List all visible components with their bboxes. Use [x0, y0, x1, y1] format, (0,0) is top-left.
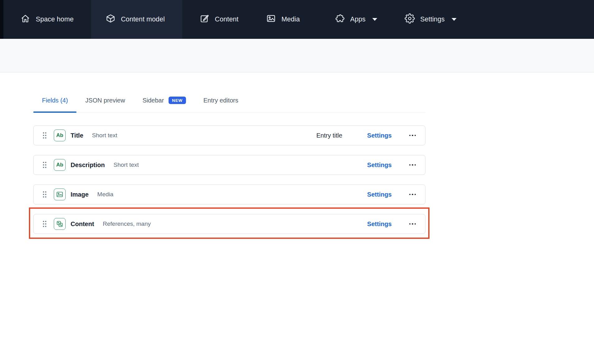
fields-list: Ab Title Short text Entry title Settings…: [33, 125, 425, 234]
new-badge: NEW: [169, 97, 186, 104]
nav-item-settings[interactable]: Settings: [394, 0, 467, 39]
settings-icon: [405, 13, 415, 25]
entry-title-label: Entry title: [316, 132, 342, 139]
field-row-title: Ab Title Short text Entry title Settings: [33, 125, 425, 145]
more-actions-icon[interactable]: [409, 221, 417, 227]
top-navigation: Space home Content model Content Media: [0, 0, 594, 39]
short-text-field-icon: Ab: [54, 130, 66, 141]
page-subheader: [0, 39, 594, 72]
nav-item-label: Space home: [36, 16, 74, 23]
nav-item-label: Content: [215, 16, 239, 23]
field-name: Image: [71, 191, 89, 198]
field-name: Content: [71, 221, 94, 228]
nav-item-apps[interactable]: Apps: [324, 0, 387, 39]
field-settings-link[interactable]: Settings: [367, 162, 392, 169]
drag-handle-icon[interactable]: [42, 191, 47, 198]
nav-item-label: Media: [281, 16, 300, 23]
nav-spacer: [249, 0, 256, 39]
field-icon-text: Ab: [56, 162, 63, 168]
nav-spacer: [310, 0, 324, 39]
field-type: References, many: [103, 221, 151, 227]
drag-handle-icon[interactable]: [42, 220, 47, 228]
tab-sidebar[interactable]: Sidebar NEW: [134, 97, 195, 112]
field-name: Description: [71, 162, 105, 169]
content-model-icon: [105, 13, 116, 25]
nav-item-space-home[interactable]: Space home: [3, 0, 91, 39]
content-type-tabs: Fields (4) JSON preview Sidebar NEW Entr…: [33, 97, 425, 112]
drag-handle-icon[interactable]: [42, 132, 47, 139]
field-type: Short text: [92, 132, 117, 139]
tab-label: JSON preview: [85, 97, 125, 104]
tab-entry-editors[interactable]: Entry editors: [195, 97, 247, 112]
field-settings-link[interactable]: Settings: [367, 191, 392, 198]
field-settings-link[interactable]: Settings: [367, 221, 392, 228]
nav-spacer: [182, 0, 189, 39]
home-icon: [20, 13, 30, 25]
media-field-icon: [54, 189, 66, 200]
nav-edge-strip: [0, 0, 3, 39]
media-icon: [266, 13, 276, 25]
nav-item-label: Settings: [420, 16, 445, 23]
field-type: Short text: [114, 162, 139, 168]
more-actions-icon[interactable]: [409, 192, 417, 197]
field-row-content: Content References, many Settings: [33, 214, 425, 234]
content-icon: [199, 13, 210, 25]
field-row-image: Image Media Settings: [33, 184, 425, 204]
nav-item-content-model[interactable]: Content model: [91, 0, 182, 39]
tab-label: Sidebar: [142, 97, 164, 104]
apps-icon: [335, 13, 345, 25]
references-field-icon: [54, 218, 66, 230]
chevron-down-icon: [452, 18, 457, 21]
tab-label: Entry editors: [203, 97, 238, 104]
tab-json-preview[interactable]: JSON preview: [77, 97, 134, 112]
drag-handle-icon[interactable]: [42, 161, 47, 169]
more-actions-icon[interactable]: [409, 162, 417, 168]
chevron-down-icon: [372, 18, 377, 21]
short-text-field-icon: Ab: [54, 159, 66, 171]
tab-label: Fields (4): [42, 97, 68, 104]
nav-item-label: Content model: [121, 16, 165, 23]
tab-fields[interactable]: Fields (4): [33, 97, 77, 112]
field-row-description: Ab Description Short text Settings: [33, 155, 425, 175]
field-type: Media: [97, 191, 114, 198]
highlight-annotation-box: Content References, many Settings: [33, 214, 425, 234]
more-actions-icon[interactable]: [409, 133, 417, 138]
field-settings-link[interactable]: Settings: [367, 132, 392, 139]
field-name: Title: [71, 132, 83, 139]
field-icon-text: Ab: [56, 132, 63, 139]
nav-spacer: [387, 0, 394, 39]
nav-item-content[interactable]: Content: [189, 0, 249, 39]
nav-item-label: Apps: [350, 16, 365, 23]
app-window: Space home Content model Content Media: [0, 0, 594, 364]
nav-item-media[interactable]: Media: [256, 0, 310, 39]
